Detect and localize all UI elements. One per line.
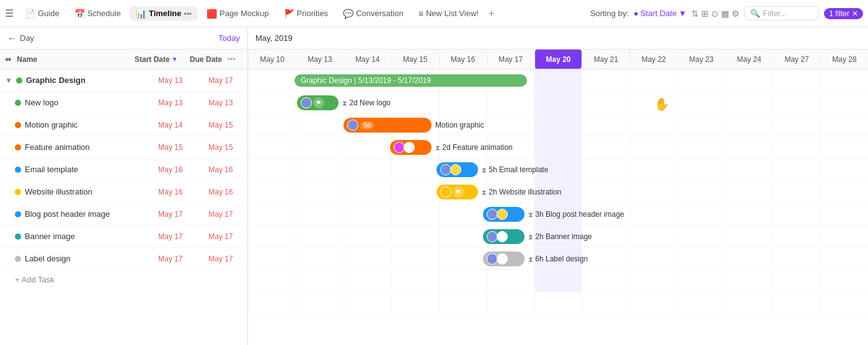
add-tab-button[interactable]: + (489, 8, 494, 19)
search-icon: 🔍 (750, 9, 760, 18)
day-view-label: Day (20, 33, 34, 43)
gantt-cell (391, 159, 439, 180)
collapse-icon[interactable]: ← (7, 33, 16, 43)
tab-conversation-label: Conversation (356, 9, 404, 18)
tab-guide[interactable]: 📄 Guide (19, 6, 66, 21)
gantt-cell (725, 92, 773, 113)
gantt-cell (725, 225, 773, 247)
task-start-date: May 15 (146, 143, 195, 152)
gantt-cell (725, 270, 773, 292)
gantt-task-bar[interactable] (483, 251, 525, 266)
gantt-cell (391, 92, 439, 113)
gantt-task-bar[interactable] (390, 140, 432, 155)
gantt-cell (677, 136, 725, 158)
gantt-cell (582, 92, 629, 113)
sort-asc-icon[interactable]: ⇅ (691, 9, 699, 19)
gantt-cell (773, 270, 820, 292)
task-row[interactable]: Banner image May 17 May 17 (0, 225, 247, 248)
expand-all-icon[interactable]: ⇔ (5, 55, 11, 64)
tab-priorities[interactable]: 🚩 Priorities (278, 6, 335, 21)
task-row[interactable]: Blog post header image May 17 May 17 (0, 203, 247, 225)
gantt-task-bar[interactable] (436, 162, 478, 177)
view-options-icon[interactable]: ▦ (721, 9, 729, 19)
gantt-task-bar[interactable] (483, 229, 525, 244)
more-columns-icon[interactable]: ••• (228, 55, 242, 64)
gantt-cell (677, 270, 725, 292)
tab-conversation[interactable]: 💬 Conversation (337, 6, 410, 21)
task-start-date: May 13 (146, 98, 195, 107)
tab-page-mockup[interactable]: 🟥 Page Mockup (200, 6, 275, 21)
date-column-header: May 22 (629, 50, 677, 69)
gantt-cell (677, 69, 725, 91)
task-start-date: May 16 (146, 165, 195, 174)
page-mockup-icon: 🟥 (206, 9, 217, 19)
gantt-task-bar[interactable]: ⚑ (297, 95, 339, 110)
task-row[interactable]: Website illustration May 16 May 16 (0, 181, 247, 203)
settings-icon[interactable]: ⚙ (732, 9, 740, 19)
avatar (301, 97, 312, 108)
date-column-header: May 13 (296, 50, 343, 69)
start-date-col-header[interactable]: Start Date ▼ (135, 55, 184, 64)
tab-timeline[interactable]: 📊 Timeline ••• (130, 6, 198, 21)
gantt-cell (343, 225, 391, 247)
tab-guide-label: Guide (38, 9, 60, 18)
task-color-dot (15, 167, 21, 173)
gantt-cell (439, 248, 487, 269)
top-navigation: ☰ 📄 Guide 📅 Schedule 📊 Timeline ••• 🟥 Pa… (0, 0, 868, 27)
filter-search-box[interactable]: 🔍 Filter... (745, 6, 819, 20)
task-row[interactable]: New logo May 13 May 13 (0, 92, 247, 114)
gantt-cell (582, 270, 629, 292)
today-button[interactable]: Today (218, 33, 240, 43)
sort-options[interactable]: ⇅ ⊞ ⊙ ▦ ⚙ (691, 9, 740, 19)
filter-dot-icon[interactable]: ⊙ (711, 9, 719, 19)
gantt-group-bar-label: Graphic Design | 5/13/2019 - 5/17/2019 (301, 76, 431, 85)
gantt-cell (773, 92, 820, 113)
priorities-icon: 🚩 (284, 9, 294, 19)
task-group-graphic-design[interactable]: ▼ Graphic Design May 13 May 17 (0, 69, 247, 92)
group-start-date: May 13 (146, 76, 195, 85)
gantt-cell (439, 270, 487, 292)
gantt-cell (534, 136, 582, 158)
gantt-group-bar[interactable]: Graphic Design | 5/13/2019 - 5/17/2019 (294, 74, 527, 87)
gantt-task-bar[interactable] (483, 207, 525, 222)
gantt-cell (439, 203, 487, 225)
gantt-cell (725, 248, 773, 269)
task-row[interactable]: Label design May 17 May 17 (0, 248, 247, 270)
menu-icon[interactable]: ☰ (5, 7, 14, 19)
gantt-task-bar[interactable]: 5d (343, 118, 432, 133)
cursor-hand-icon: ✋ (654, 97, 670, 111)
task-row[interactable]: Motion graphic May 14 May 15 (0, 114, 247, 136)
group-collapse-icon[interactable]: ▼ (5, 76, 12, 85)
gantt-row: ⧗ 3h Blog post header image (248, 203, 868, 225)
tab-schedule[interactable]: 📅 Schedule (68, 6, 127, 21)
gantt-cell (629, 292, 677, 314)
task-row[interactable]: Email template May 16 May 16 (0, 159, 247, 181)
gantt-cell (773, 248, 820, 269)
gantt-row: 5dMotion graphic (248, 114, 868, 136)
add-task-button[interactable]: + Add Task (0, 270, 247, 289)
tab-new-list[interactable]: ≡ New List View! (412, 6, 485, 21)
month-header: May, 2019 (248, 27, 868, 50)
gantt-row: ⧗ 2d Feature animation (248, 136, 868, 159)
task-row[interactable]: Feature animation May 15 May 15 (0, 136, 247, 159)
gantt-cell (296, 114, 343, 136)
gantt-cell (248, 136, 296, 158)
gantt-empty-row (248, 292, 868, 315)
gantt-cell (820, 203, 868, 225)
tab-new-list-label: New List View! (426, 9, 479, 18)
gantt-cell (677, 181, 725, 203)
gantt-cell (677, 114, 725, 136)
gantt-cell (296, 248, 343, 269)
gantt-row: Graphic Design | 5/13/2019 - 5/17/2019 (248, 69, 868, 92)
sort-group-icon[interactable]: ⊞ (701, 9, 709, 19)
clear-filter-button[interactable]: ✕ (852, 9, 858, 18)
gantt-task-bar[interactable]: ⚑ (436, 185, 478, 199)
task-color-dot (15, 100, 21, 106)
task-color-dot (15, 211, 21, 217)
sorting-value[interactable]: ● Start Date ▼ (634, 9, 686, 18)
gantt-cell (725, 181, 773, 203)
start-date-sort-arrow: ▼ (172, 56, 178, 63)
timeline-more-icon[interactable]: ••• (184, 9, 192, 18)
task-name: Motion graphic (25, 120, 142, 129)
gantt-cell (582, 181, 629, 203)
